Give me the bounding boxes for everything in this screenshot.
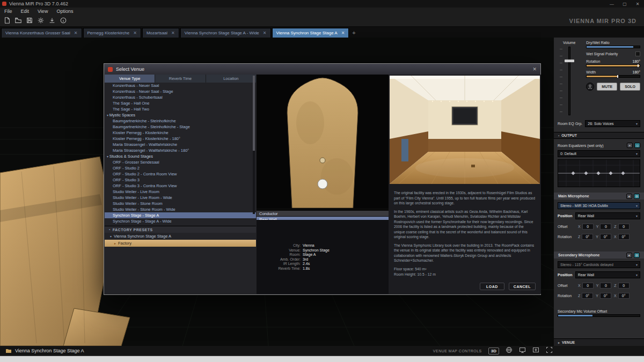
rotation-slider[interactable] [586,64,640,67]
eq-preset-select[interactable]: 0: Default ▾ [558,150,640,157]
save-button[interactable] [25,16,34,25]
venue-list-item[interactable]: The Sage - Hall One [105,100,256,106]
conductor-position-dot[interactable] [320,158,325,163]
tab-close-icon[interactable]: ✕ [171,31,175,35]
cancel-button[interactable]: CANCEL [509,283,536,290]
venue-tab[interactable]: Vienna Synchron Stage Stage A - Wide ✕ [180,28,271,38]
import-button[interactable] [47,16,57,25]
factory-presets-header[interactable]: ▪ FACTORY PRESETS [105,226,256,233]
width-slider[interactable] [586,75,640,78]
venue-list-item[interactable]: Maria Strassengel - Wallfahrtskirche [105,142,256,147]
venue-list-item[interactable]: Kloster Pernegg - Klosterkirche - 180° [105,136,256,142]
venue-list-item[interactable]: ORF - Studio 3 [105,177,256,183]
secondary-offset-y-input[interactable]: 0 [600,283,611,289]
secondary-rotation-y-input[interactable]: 0° [600,293,611,299]
fit-view-button[interactable] [532,346,539,356]
slider-notch[interactable] [638,64,639,67]
mic-power-button[interactable]: ⊙ [634,194,640,199]
venue-list-item[interactable]: Studio Weiler - Stone Room - Wide [105,206,256,212]
main-offset-y-input[interactable]: 0 [600,224,611,230]
dialog-tab[interactable]: Reverb Time [155,75,205,83]
output-section-header[interactable]: ▪ OUTPUT [554,132,644,139]
mute-button[interactable]: MUTE [597,83,617,91]
wet-polarity-toggle[interactable] [635,51,640,56]
secondary-offset-x-input[interactable]: 0 [582,283,594,289]
venue-tab[interactable]: Vienna Synchron Stage Stage A ✕ [272,28,349,38]
venue-list-item[interactable]: Konzerthaus - Schubertsaal [105,94,256,100]
open-button[interactable] [13,16,23,25]
tab-close-icon[interactable]: ✕ [341,31,345,35]
settings-button[interactable] [36,16,46,25]
volume-fader[interactable] [558,47,583,115]
main-position-select[interactable]: Rear Wall ▾ [575,212,640,219]
menu-item[interactable]: View [33,9,52,14]
3d-mode-button[interactable]: 3D [488,348,499,354]
venue-list-item[interactable]: Studios & Sound Stages [105,153,256,159]
fader-thumb[interactable] [565,60,574,62]
dialog-tab[interactable]: Venue Type [105,75,155,83]
mic-power-button[interactable]: ⊙ [634,253,640,258]
room-eq-grp-select[interactable]: 26: Solo Voices ▾ [585,120,640,127]
minimize-button[interactable]: — [605,2,618,6]
dialog-title-bar[interactable]: Select Venue ✕ [104,64,540,75]
venue-tab[interactable]: Vienna Konzerthaus Grosser Saal ✕ [1,28,82,38]
preset-group-item[interactable]: ▾ Vienna Synchron Stage Stage A [105,233,256,240]
venue-section-header[interactable]: ▸ VENUE [554,338,644,346]
reset-view-button[interactable] [519,346,526,356]
main-rotation-x-input[interactable]: 0° [618,234,630,240]
listen-button[interactable] [586,83,594,91]
globe-view-button[interactable] [506,346,513,356]
tab-close-icon[interactable]: ✕ [74,31,78,35]
venue-list-item[interactable]: Studio Weiler - Live Room [105,189,256,195]
menu-item[interactable]: File [0,9,17,14]
venue-list-item[interactable]: Kloster Pernegg - Klosterkirche [105,130,256,136]
menu-item[interactable]: Options [52,9,77,14]
venue-list-item[interactable]: Studio Weiler - Stone Room [105,201,256,206]
maximize-button[interactable]: ▢ [618,2,631,6]
tab-close-icon[interactable]: ✕ [263,31,267,35]
venue-list-item[interactable]: ORF - Studio 2 [105,165,256,171]
dialog-tab[interactable]: Location [206,75,256,83]
secondary-mic-select[interactable]: Stereo - 115° Cardioids delayed ▾ [558,261,640,268]
eq-edit-button[interactable]: e [627,143,633,148]
venue-list-item[interactable]: Mystic Spaces [105,112,256,118]
main-offset-z-input[interactable]: 0 [618,224,630,230]
tab-close-icon[interactable]: ✕ [133,31,137,35]
menu-item[interactable]: Edit [17,9,34,14]
slider-notch[interactable] [617,75,618,78]
fullscreen-button[interactable] [546,346,553,356]
mic-edit-button[interactable]: e [626,253,632,258]
venue-list-item[interactable]: Baumgartnerkirche - Steinhofkirche - Sta… [105,124,256,130]
room-eq-graph[interactable] [558,159,640,187]
venue-list-scrollbar[interactable] [253,76,255,214]
venue-list-item[interactable]: ORF - Studio 3 - Contra Room View [105,183,256,189]
venue-list-item[interactable]: Synchron Stage - Stage A - Wide [105,218,256,224]
secondary-rotation-z-input[interactable]: 0° [582,293,593,299]
main-offset-x-input[interactable]: 0 [582,224,594,230]
venue-list-item[interactable]: Baumgartnerkirche - Steinhofkirche [105,118,256,124]
secondary-position-select[interactable]: Rear Wall ▾ [575,271,640,278]
close-button[interactable]: ✕ [631,2,644,6]
main-mic-position-dot[interactable] [318,179,327,189]
secondary-offset-z-input[interactable]: 0 [618,283,630,289]
new-file-button[interactable] [2,16,12,25]
venue-list-item[interactable]: ORF - Studio 2 - Contra Room View [105,171,256,177]
load-button[interactable]: LOAD [480,283,504,290]
main-rotation-z-input[interactable]: 0° [582,234,593,240]
venue-map[interactable] [257,75,389,208]
drywet-slider[interactable] [586,46,640,48]
venue-list-item[interactable]: ORF - Grosser Sendesaal [105,159,256,165]
venue-tab[interactable]: Pernegg Klosterkirche ✕ [83,28,141,38]
mic-edit-button[interactable]: e [626,194,632,199]
venue-list-item[interactable]: Synchron Stage - Stage A [105,212,256,218]
venue-list-item[interactable]: Maria Strassengel - Wallfahrtskirche - 1… [105,147,256,153]
add-tab-button[interactable]: + [349,28,358,38]
venue-list-item[interactable]: Konzerthaus - Neuer Saal [105,83,256,88]
dialog-close-icon[interactable]: ✕ [532,67,537,72]
venue-list-item[interactable]: Konzerthaus - Neuer Saal - Stage [105,88,256,94]
venue-tab[interactable]: Mozartsaal ✕ [142,28,179,38]
venue-list-item[interactable]: The Sage - Hall Two [105,106,256,112]
venue-list-item[interactable]: Studio Weiler - Live Room - Wide [105,195,256,201]
main-rotation-y-input[interactable]: 0° [600,234,611,240]
main-mic-select[interactable]: Stereo - MIR 3D HOA DuMix ▾ [558,202,640,209]
